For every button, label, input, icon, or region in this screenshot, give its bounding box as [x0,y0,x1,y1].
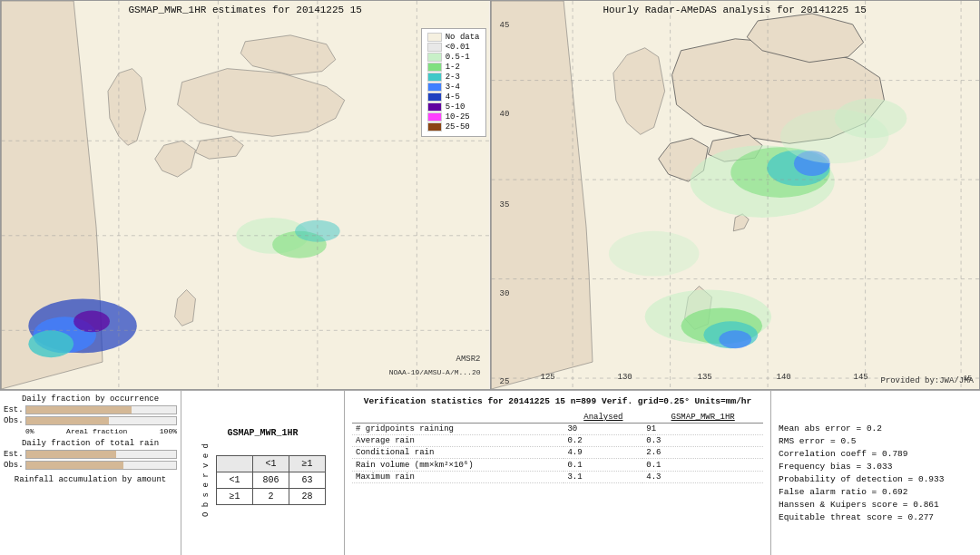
svg-point-35 [295,220,340,242]
legend-color-5to10 [427,102,442,112]
legend-color-3to4 [427,83,442,92]
contingency-val-ge-ge: 28 [289,489,326,505]
verif-val1-3: 0.1 [564,459,642,472]
obs-label-1: Obs. [4,416,25,425]
verif-row-3: Rain volume (mm×km²×10⁶) 0.1 0.1 [352,459,763,472]
bar-outer-obs-2 [25,461,177,470]
coord-45: 45 [500,21,510,30]
svg-point-31 [28,330,74,357]
bottom-left-panel: Daily fraction by occurrence Est. Obs. 0… [0,391,181,555]
attribution: Provided by:JWA/JMA [880,376,974,385]
legend-label-1to2: 1-2 [446,63,460,72]
verif-label-1: Average rain [352,435,564,447]
svg-point-51 [719,330,751,348]
axis-label-1: Areal fraction [66,427,127,435]
contingency-row-ge1: ≥1 2 28 [217,489,326,505]
verif-row-2: Conditional rain 4.9 2.6 [352,447,763,459]
contingency-header-empty [217,456,253,472]
verif-stats-panel: Verification statistics for 20141225 15 … [345,391,771,555]
bar-row-est-2: Est. [4,450,177,459]
svg-point-32 [74,310,110,332]
svg-point-54 [608,231,699,277]
maps-row: GSMAP_MWR_1HR estimates for 20141225 15 … [0,0,980,390]
bar-chart-occurrence: Daily fraction by occurrence Est. Obs. 0… [4,394,177,435]
est-label-2: Est. [4,450,25,459]
bar-outer-obs-1 [25,416,177,425]
verif-row-0: # gridpoints raining 30 91 [352,424,763,435]
coord-145: 145 [854,373,868,382]
legend-item-05to1: 0.5-1 [427,53,480,62]
contingency-header-lt1: <1 [253,456,289,472]
axis-left-1: 0% [25,427,34,435]
legend-color-1to2 [427,63,442,72]
right-map-svg [491,1,980,389]
stat-4: Probability of detection = 0.933 [779,474,973,484]
axis-right-1: 100% [160,427,177,435]
coord-130: 130 [618,373,632,382]
verif-val2-2: 2.6 [642,447,763,459]
verif-table: Analysed GSMAP_MWR_1HR # gridpoints rain… [352,412,763,483]
legend-color-05to1 [427,53,442,62]
verif-label-3: Rain volume (mm×km²×10⁶) [352,459,564,472]
bar-chart-title-1: Daily fraction by occurrence [4,394,177,404]
left-map-label-noaa: NOAA-19/AMSU-A/M...20 [389,368,481,376]
map-legend: No data <0.01 0.5-1 1-2 2-3 [421,28,486,137]
legend-label-lt001: <0.01 [446,43,470,52]
left-map-svg [1,1,490,389]
coord-30: 30 [500,289,510,298]
bottom-row: Daily fraction by occurrence Est. Obs. 0… [0,390,980,555]
observed-label: O b s e r v e d [200,443,212,517]
legend-item-4to5: 4-5 [427,92,480,102]
main-container: GSMAP_MWR_1HR estimates for 20141225 15 … [0,0,980,555]
contingency-val-ge-lt: 2 [253,489,289,505]
legend-item-10to25: 10-25 [427,112,480,122]
bar-inner-est-2 [26,451,116,458]
verif-row-4: Maximum rain 3.1 4.3 [352,472,763,483]
coord-125: 125 [541,373,555,382]
verif-row-1: Average rain 0.2 0.3 [352,435,763,447]
legend-color-2to3 [427,73,442,82]
contingency-val-lt-ge: 63 [289,472,326,489]
contingency-table: <1 ≥1 <1 806 63 ≥1 2 28 [216,455,326,505]
bar-outer-est-1 [25,405,177,414]
verif-val1-4: 3.1 [564,472,642,483]
legend-label-4to5: 4-5 [446,92,460,102]
legend-color-10to25 [427,112,442,122]
coord-25: 25 [500,377,510,386]
bar-inner-obs-1 [26,417,109,424]
verif-val1-1: 0.2 [564,435,642,447]
legend-item-nodata: No data [427,33,480,42]
verif-val2-4: 4.3 [642,472,763,483]
bar-chart-title-3: Rainfall accumulation by amount [4,475,177,484]
bar-inner-obs-2 [26,462,123,469]
coord-40: 40 [500,110,510,119]
right-map-title: Hourly Radar-AMeDAS analysis for 2014122… [491,5,980,15]
contingency-row-lt1: <1 806 63 [217,472,326,489]
verif-col-label [352,412,564,424]
legend-label-5to10: 5-10 [446,102,466,112]
stat-7: Equitable threat score = 0.277 [779,512,973,522]
verif-val2-1: 0.3 [642,435,763,447]
legend-item-25to50: 25-50 [427,122,480,131]
contingency-table-title: GSMAP_MWR_1HR [227,428,298,438]
contingency-inner: <1 ≥1 <1 806 63 ≥1 2 28 [216,455,326,505]
verif-label-2: Conditional rain [352,447,564,459]
bar-row-obs-1: Obs. [4,416,177,425]
verif-val1-0: 30 [564,424,642,435]
contingency-val-lt-lt: 806 [253,472,289,489]
verif-val2-3: 0.1 [642,459,763,472]
legend-color-25to50 [427,122,442,131]
svg-point-53 [834,98,906,138]
bar-inner-est-1 [26,406,132,414]
contingency-row-label-ge1: ≥1 [217,489,253,505]
legend-label-10to25: 10-25 [446,112,470,122]
est-label-1: Est. [4,405,25,414]
legend-item-lt001: <0.01 [427,43,480,52]
legend-label-25to50: 25-50 [446,122,470,131]
verif-val1-2: 4.9 [564,447,642,459]
legend-item-5to10: 5-10 [427,102,480,112]
legend-item-3to4: 3-4 [427,83,480,92]
verif-stats-title: Verification statistics for 20141225 15 … [352,396,763,406]
bar-outer-est-2 [25,450,177,459]
stat-6: Hanssen & Kuipers score = 0.861 [779,500,973,510]
